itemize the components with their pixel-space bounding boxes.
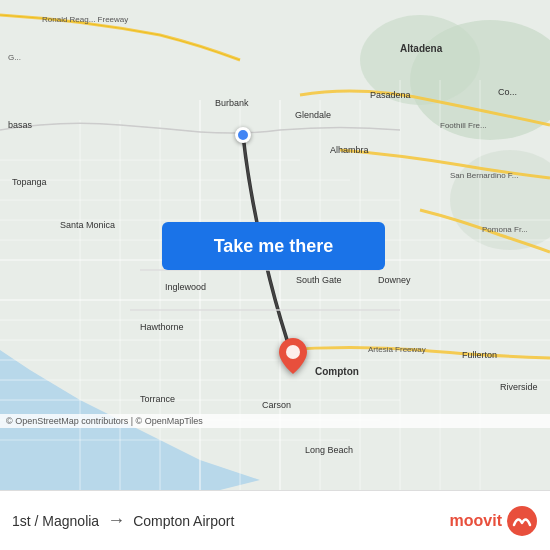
svg-text:G...: G...: [8, 53, 21, 62]
svg-text:Topanga: Topanga: [12, 177, 47, 187]
svg-text:Pasadena: Pasadena: [370, 90, 411, 100]
svg-point-57: [286, 345, 300, 359]
svg-text:Burbank: Burbank: [215, 98, 249, 108]
svg-text:Artesia Freeway: Artesia Freeway: [368, 345, 426, 354]
svg-text:Ronald Reag... Freeway: Ronald Reag... Freeway: [42, 15, 128, 24]
bottom-bar: 1st / Magnolia → Compton Airport moovit: [0, 490, 550, 550]
moovit-icon: [506, 505, 538, 537]
origin-marker: [235, 127, 251, 143]
svg-text:Santa Monica: Santa Monica: [60, 220, 115, 230]
svg-text:San Bernardino F...: San Bernardino F...: [450, 171, 518, 180]
map-attribution: © OpenStreetMap contributors | © OpenMap…: [0, 414, 550, 428]
map-container: Ronald Reag... Freeway Altadena Burbank …: [0, 0, 550, 490]
svg-text:Long Beach: Long Beach: [305, 445, 353, 455]
svg-text:Torrance: Torrance: [140, 394, 175, 404]
svg-text:basas: basas: [8, 120, 33, 130]
svg-text:Compton: Compton: [315, 366, 359, 377]
svg-text:Altadena: Altadena: [400, 43, 443, 54]
svg-text:Pomona Fr...: Pomona Fr...: [482, 225, 528, 234]
destination-marker: [279, 338, 307, 378]
origin-label: 1st / Magnolia: [12, 513, 99, 529]
svg-text:Inglewood: Inglewood: [165, 282, 206, 292]
destination-label: Compton Airport: [133, 513, 234, 529]
take-me-there-button[interactable]: Take me there: [162, 222, 385, 270]
svg-text:Glendale: Glendale: [295, 110, 331, 120]
moovit-text: moovit: [450, 512, 502, 530]
moovit-logo: moovit: [450, 505, 538, 537]
svg-text:Alhambra: Alhambra: [330, 145, 369, 155]
route-arrow-icon: →: [107, 510, 125, 531]
svg-text:Carson: Carson: [262, 400, 291, 410]
svg-text:Downey: Downey: [378, 275, 411, 285]
svg-text:Riverside: Riverside: [500, 382, 538, 392]
svg-text:Co...: Co...: [498, 87, 517, 97]
svg-text:Fullerton: Fullerton: [462, 350, 497, 360]
svg-text:Foothill Fre...: Foothill Fre...: [440, 121, 487, 130]
route-info: 1st / Magnolia → Compton Airport: [12, 510, 234, 531]
svg-text:Hawthorne: Hawthorne: [140, 322, 184, 332]
svg-text:South Gate: South Gate: [296, 275, 342, 285]
